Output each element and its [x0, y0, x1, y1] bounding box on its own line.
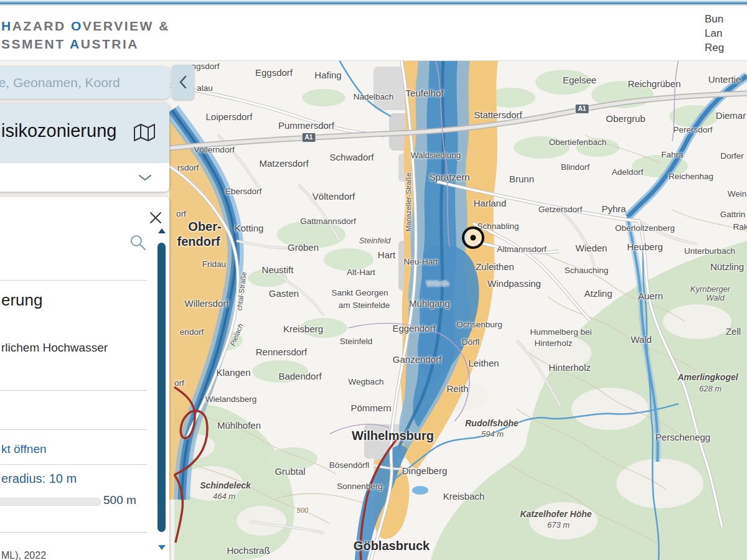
scrollbar-down-arrow[interactable] — [158, 545, 166, 550]
open-link[interactable]: kt öffnen — [1, 442, 47, 456]
chevron-left-icon — [179, 75, 187, 89]
scrollbar-thumb[interactable] — [157, 243, 166, 532]
search-icon — [129, 234, 147, 251]
result-body-text: rlichem Hochwasser — [1, 341, 108, 355]
app-header: HAZARD OVERVIEW & SSMENT AUSTRIA Bun Lan… — [0, 6, 747, 61]
layer-title: isikozonierung — [1, 121, 116, 141]
slider-max-label: 500 m — [103, 493, 136, 507]
search-placeholder: le, Geonamen, Koord — [0, 75, 120, 90]
sidebar-collapse-button[interactable] — [172, 65, 194, 100]
scrollbar-up-arrow[interactable] — [158, 228, 166, 233]
top-accent-bar — [0, 0, 747, 6]
layer-expand-row[interactable] — [0, 163, 169, 192]
divider — [0, 390, 147, 391]
layer-select-header[interactable]: isikozonierung — [0, 103, 169, 163]
panel-search-button[interactable] — [129, 234, 147, 254]
close-icon — [149, 211, 162, 225]
result-panel: erung rlichem Hochwasser kt öffnen eradi… — [0, 197, 169, 560]
hora-app: ngsdorfEggsdorfHafingalauNadelbachTeufel… — [0, 0, 747, 560]
ministry-line: Reg — [705, 40, 747, 55]
close-button[interactable] — [149, 211, 162, 225]
ministry-line: Lan — [705, 26, 747, 40]
chevron-down-icon — [138, 174, 152, 182]
divider — [0, 464, 147, 465]
divider — [0, 532, 147, 533]
divider — [0, 429, 147, 430]
map-marker — [462, 226, 484, 249]
radius-slider[interactable] — [0, 498, 101, 506]
radius-label: eradius: 10 m — [1, 472, 77, 486]
divider — [0, 280, 147, 281]
search-input[interactable]: le, Geonamen, Koord — [0, 67, 169, 99]
hora-logo: HAZARD OVERVIEW & SSMENT AUSTRIA — [1, 17, 170, 53]
layer-select-panel: isikozonierung — [0, 103, 169, 192]
ministry-logo: Bun Lan Reg — [703, 12, 747, 55]
result-heading: erung — [1, 291, 43, 310]
map-icon — [133, 123, 156, 144]
attribution-text: ML), 2022 — [1, 550, 46, 560]
ministry-line: Bun — [705, 12, 747, 26]
